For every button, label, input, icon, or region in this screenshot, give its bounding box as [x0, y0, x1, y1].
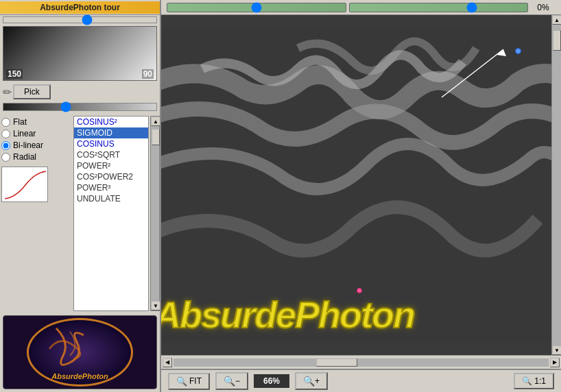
- curve-list: COSINUS² SIGMOID COSINUS COS²SQRT POWER²…: [73, 116, 149, 311]
- v-scroll-up[interactable]: ▲: [552, 15, 561, 25]
- logo-area: AbsurdePhoton: [3, 315, 157, 389]
- h-scroll-left[interactable]: ◀: [163, 358, 172, 367]
- pink-dot: [357, 288, 362, 293]
- h-scroll-right[interactable]: ▶: [550, 358, 560, 367]
- list-item[interactable]: SIGMOID: [74, 127, 148, 138]
- hue-slider-row: [0, 101, 160, 114]
- v-scroll-down[interactable]: ▼: [552, 345, 561, 355]
- left-panel: 150 90 ✏ Pick Flat Linear Bi-linea: [0, 15, 161, 392]
- zoom-plus-icon: 🔍: [303, 376, 315, 387]
- zoom-display: 66%: [254, 374, 289, 388]
- radio-flat[interactable]: Flat: [1, 117, 71, 127]
- radio-bilinear[interactable]: Bi-linear: [1, 140, 71, 150]
- gradient-top-slider[interactable]: [3, 16, 157, 23]
- bottom-toolbar: 🔍 FIT 🔍 − 66% 🔍 + 🔍 1:1: [161, 369, 561, 392]
- scroll-up-btn[interactable]: ▲: [151, 117, 160, 126]
- pick-area: ✏ Pick: [0, 82, 160, 101]
- zoom-out-label: −: [235, 376, 240, 386]
- list-item[interactable]: UNDULATE: [74, 193, 148, 204]
- gradient-right-value: 90: [142, 69, 154, 79]
- list-item[interactable]: COSINUS: [74, 138, 148, 149]
- fit-button[interactable]: 🔍 FIT: [168, 373, 210, 390]
- blue-dot: [515, 48, 521, 54]
- curve-preview: [1, 167, 48, 202]
- scroll-thumb[interactable]: [152, 129, 160, 145]
- v-scroll-thumb[interactable]: [553, 30, 561, 51]
- zoom-1to1-icon: 🔍: [522, 376, 532, 386]
- zoom-minus-icon: 🔍: [224, 376, 235, 387]
- scroll-down-btn[interactable]: ▼: [151, 301, 160, 310]
- svg-line-2: [442, 49, 503, 97]
- h-scroll-thumb[interactable]: [316, 358, 357, 367]
- one-to-one-label: 1:1: [534, 376, 546, 386]
- top-slider-2[interactable]: [349, 3, 529, 12]
- fit-label: FIT: [189, 376, 202, 386]
- list-item[interactable]: COS²POWER2: [74, 171, 148, 182]
- panel-title: AbsurdePhoton tour: [0, 1, 160, 14]
- v-scrollbar: ▲ ▼: [551, 15, 561, 355]
- percent-label: 0%: [531, 3, 556, 12]
- zoom-in-button[interactable]: 🔍 +: [295, 372, 328, 390]
- list-item[interactable]: COS²SQRT: [74, 149, 148, 160]
- list-item[interactable]: POWER²: [74, 160, 148, 171]
- top-slider-1[interactable]: [167, 3, 346, 12]
- zoom-out-button[interactable]: 🔍 −: [215, 372, 248, 390]
- gradient-preview: 150 90: [3, 26, 157, 81]
- right-panel: AbsurdePhoton ▲ ▼: [161, 15, 561, 392]
- h-scrollbar-row: ◀ ▶: [161, 355, 561, 369]
- logo-text: AbsurdePhoton: [51, 372, 108, 380]
- radio-linear[interactable]: Linear: [1, 129, 71, 138]
- pick-button[interactable]: Pick: [13, 84, 51, 99]
- zoom-out-icon: 🔍: [176, 376, 187, 387]
- canvas-area[interactable]: AbsurdePhoton: [161, 15, 551, 355]
- one-to-one-button[interactable]: 🔍 1:1: [514, 373, 554, 389]
- list-item[interactable]: COSINUS²: [74, 117, 148, 127]
- radio-radial[interactable]: Radial: [1, 152, 71, 162]
- gradient-slider-row: [0, 15, 160, 25]
- hue-slider[interactable]: [3, 103, 157, 111]
- list-item[interactable]: POWER³: [74, 182, 148, 193]
- zoom-in-label: +: [315, 376, 320, 386]
- list-scrollbar: ▲ ▼: [150, 116, 160, 311]
- gradient-left-value: 150: [6, 69, 23, 79]
- canvas-text: AbsurdePhoton: [161, 293, 551, 336]
